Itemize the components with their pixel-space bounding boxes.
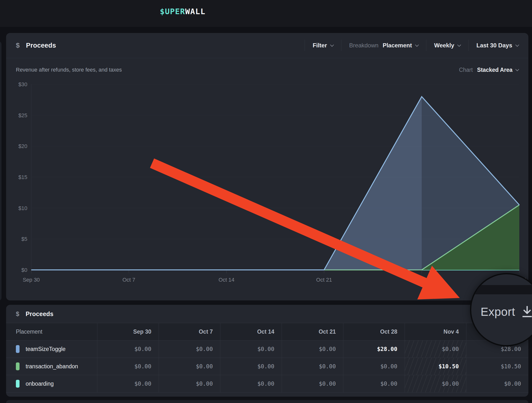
logo-accent: $UPER	[160, 7, 185, 16]
value-cell: $0.00	[343, 375, 405, 392]
table-header-row: PlacementSep 30Oct 7Oct 14Oct 21Oct 28No…	[6, 323, 528, 340]
magnified-card-gap	[471, 285, 532, 294]
value-cell: $0.00	[405, 340, 466, 358]
x-axis-label: Oct 14	[219, 277, 235, 283]
y-axis-label: $5	[21, 236, 27, 242]
y-axis-label: $10	[18, 205, 27, 211]
table-card-title: Proceeds	[26, 310, 53, 318]
column-header: Nov 4	[405, 323, 466, 340]
column-header-placement: Placement	[6, 323, 97, 340]
logo-rest: WALL	[185, 7, 205, 16]
value-cell: $10.50	[405, 358, 466, 375]
export-label: Export	[481, 305, 515, 318]
total-cell: $0.00	[466, 375, 528, 392]
placement-cell: onboarding	[6, 375, 97, 392]
series-teamsizetoggle-area	[31, 97, 519, 270]
placement-label: teamSizeToggle	[26, 346, 66, 352]
series-swatch	[16, 380, 20, 388]
column-header: Oct 21	[282, 323, 343, 340]
total-cell: $10.50	[466, 358, 528, 375]
value-cell: $0.00	[159, 358, 220, 375]
column-header: Sep 30	[97, 323, 159, 340]
x-axis-label: Sep 30	[23, 277, 40, 283]
proceeds-table-card: $ Proceeds PlacementSep 30Oct 7Oct 14Oct…	[6, 305, 528, 397]
table-row: transaction_abandon$0.00$0.00$0.00$0.00$…	[6, 358, 528, 375]
value-cell: $0.00	[405, 375, 466, 392]
placement-label: onboarding	[26, 381, 54, 387]
value-cell: $0.00	[220, 340, 282, 358]
next-card-edge	[6, 400, 528, 403]
table-card-header: $ Proceeds	[6, 305, 528, 323]
column-header: Oct 7	[159, 323, 220, 340]
proceeds-chart-card: $ Proceeds Filter Breakdown Placement We…	[6, 33, 528, 300]
y-axis-label: $30	[18, 81, 27, 87]
y-axis-label: $25	[18, 112, 27, 118]
adjacent-card-edge	[0, 42, 1, 300]
value-cell: $0.00	[97, 375, 159, 392]
y-axis-label: $20	[18, 143, 27, 149]
value-cell: $0.00	[282, 375, 343, 392]
value-cell: $0.00	[282, 340, 343, 358]
placement-cell: teamSizeToggle	[6, 340, 97, 358]
value-cell: $0.00	[159, 340, 220, 358]
column-header: Oct 28	[343, 323, 405, 340]
y-axis-label: $0	[21, 267, 27, 273]
x-axis-label: Oct 7	[123, 277, 135, 283]
column-header: Oct 14	[220, 323, 282, 340]
placement-cell: transaction_abandon	[6, 358, 97, 375]
value-cell: $28.00	[343, 340, 405, 358]
value-cell: $0.00	[220, 358, 282, 375]
value-cell: $0.00	[343, 358, 405, 375]
proceeds-table: PlacementSep 30Oct 7Oct 14Oct 21Oct 28No…	[6, 323, 528, 392]
export-button[interactable]: Export	[471, 305, 532, 318]
top-bar: $UPERWALL	[0, 0, 532, 27]
value-cell: $0.00	[159, 375, 220, 392]
x-axis-label: Oct 28	[414, 277, 430, 283]
placement-label: transaction_abandon	[26, 363, 78, 370]
download-icon	[522, 306, 532, 318]
value-cell: $0.00	[97, 340, 159, 358]
series-swatch	[16, 362, 20, 370]
series-swatch	[16, 345, 20, 353]
table-row: onboarding$0.00$0.00$0.00$0.00$0.00$0.00…	[6, 375, 528, 392]
x-axis-label: Oct 21	[316, 277, 332, 283]
dollar-icon: $	[16, 310, 19, 318]
value-cell: $0.00	[282, 358, 343, 375]
value-cell: $0.00	[97, 358, 159, 375]
table-row: teamSizeToggle$0.00$0.00$0.00$0.00$28.00…	[6, 340, 528, 358]
stacked-area-chart: $30$25$20$15$10$5$0Sep 30Oct 7Oct 14Oct …	[6, 33, 528, 300]
superwall-logo[interactable]: $UPERWALL	[160, 7, 205, 16]
y-axis-label: $15	[18, 174, 27, 180]
value-cell: $0.00	[220, 375, 282, 392]
